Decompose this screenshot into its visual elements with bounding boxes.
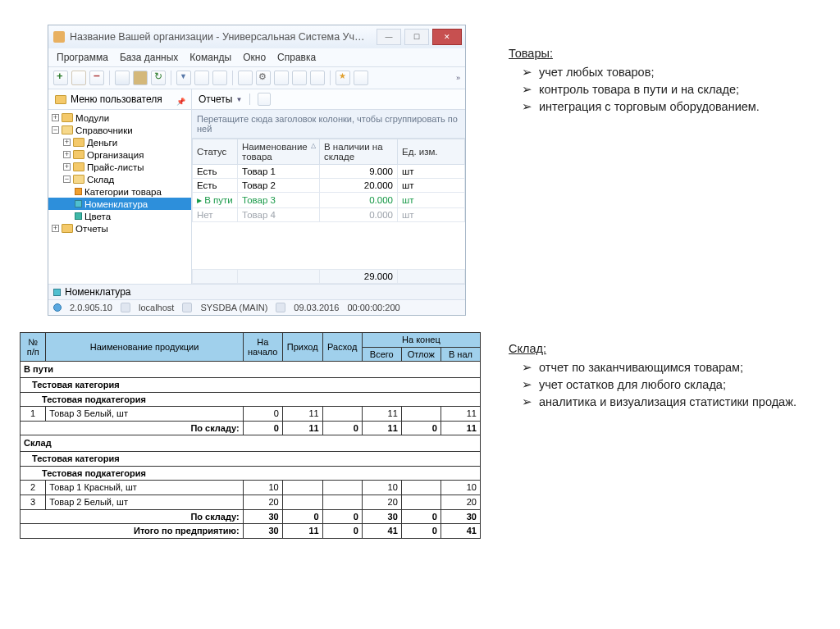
close-button[interactable]: ✕	[432, 29, 462, 45]
tree-categories[interactable]: Категории товара	[48, 185, 191, 198]
delete-icon[interactable]	[89, 71, 104, 85]
status-version: 2.0.905.10	[70, 303, 112, 312]
panel-row: Меню пользователя Отчеты ▼	[48, 89, 465, 110]
subcategory-row: Тестовая подкатегория	[21, 466, 481, 481]
tree-sklad[interactable]: −Склад	[48, 173, 191, 185]
tab-nomenclature[interactable]: Номенклатура	[65, 286, 131, 298]
tree-modules[interactable]: +Модули	[48, 112, 191, 124]
nav-tree: +Модули −Справочники +Деньги +Организаци…	[48, 110, 192, 284]
grand-total-row: Итого по предприятию: 30110 41041	[21, 524, 481, 539]
toolbar-overflow-icon[interactable]: »	[456, 74, 460, 82]
filter-icon[interactable]	[176, 71, 191, 85]
tree-reports[interactable]: +Отчеты	[48, 222, 191, 235]
work-area: +Модули −Справочники +Деньги +Организаци…	[48, 110, 465, 284]
preview-icon[interactable]	[292, 71, 307, 85]
report-table: № п/п Наименование продукции На начало П…	[20, 332, 481, 539]
section-row: В пути	[21, 362, 481, 378]
menu-db[interactable]: База данных	[120, 52, 178, 63]
app-icon	[53, 31, 65, 43]
reports-label: Отчеты	[199, 93, 232, 105]
report-row: 2Товар 1 Красный, шт 10 1010	[21, 481, 481, 495]
col-np: № п/п	[21, 333, 46, 362]
subcategory-row: Тестовая подкатегория	[21, 392, 481, 407]
summary-row: По складу: 0110 11011	[21, 421, 481, 435]
sort-icon[interactable]	[194, 71, 209, 85]
summary-row: По складу: 3000 30030	[21, 509, 481, 524]
bullet-item: ➢отчет по заканчивающимся товарам;	[509, 359, 820, 376]
chart-icon[interactable]	[310, 71, 325, 85]
tab-strip: Номенклатура	[48, 284, 465, 299]
col-unit[interactable]: Ед. изм.	[398, 139, 465, 165]
find-icon[interactable]	[212, 71, 227, 85]
grid-pane: Перетащите сюда заголовок колонки, чтобы…	[192, 110, 465, 284]
col-stock[interactable]: В наличии на складе	[320, 139, 398, 165]
server-icon	[121, 303, 130, 312]
col-total: Всего	[362, 347, 401, 362]
folder-icon	[55, 95, 66, 104]
calendar-icon	[276, 303, 285, 312]
col-name[interactable]: Наименование товара△	[238, 139, 320, 165]
status-user: SYSDBA (MAIN)	[200, 303, 267, 312]
settings-icon[interactable]	[256, 71, 271, 85]
minimize-button[interactable]: —	[377, 29, 401, 45]
menu-help[interactable]: Справка	[277, 52, 316, 63]
statusbar: 2.0.905.10 localhost SYSDBA (MAIN) 09.03…	[48, 299, 465, 315]
add-icon[interactable]	[53, 71, 68, 85]
status-time: 00:00:00:200	[347, 303, 399, 312]
maximize-button[interactable]: ☐	[404, 29, 429, 45]
table-row[interactable]: ▸ В путиТовар 30.000шт	[193, 193, 465, 208]
menubar: Программа База данных Команды Окно Справ…	[48, 48, 465, 67]
menu-window[interactable]: Окно	[243, 52, 266, 63]
colors-icon	[75, 212, 82, 220]
tree-price[interactable]: +Прайс-листы	[48, 161, 191, 173]
titlebar[interactable]: Название Вашей организации - Универсальн…	[48, 25, 465, 48]
tree-colors[interactable]: Цвета	[48, 210, 191, 222]
table-row[interactable]: ЕстьТовар 19.000шт	[193, 165, 465, 179]
menu-program[interactable]: Программа	[57, 52, 108, 63]
mark-icon[interactable]	[354, 71, 368, 85]
tree-money[interactable]: +Деньги	[48, 136, 191, 148]
menu-commands[interactable]: Команды	[189, 52, 231, 63]
data-grid[interactable]: Статус Наименование товара△ В наличии на…	[192, 139, 465, 222]
toolbar-sep	[330, 71, 331, 85]
bullet-item: ➢учет любых товаров;	[509, 64, 820, 81]
print-icon[interactable]	[274, 71, 289, 85]
tree-nomenclature[interactable]: Номенклатура	[48, 198, 191, 210]
col-deferred: Отлож	[401, 347, 441, 362]
user-menu-button[interactable]: Меню пользователя	[48, 89, 192, 109]
bullet-item: ➢учет остатков для любого склада;	[509, 376, 820, 394]
sort-asc-icon: △	[311, 142, 316, 149]
user-icon	[182, 303, 192, 312]
bullet-item: ➢контроль товара в пути и на складе;	[509, 81, 820, 98]
grid-footer: 29.000	[192, 269, 465, 284]
col-status[interactable]: Статус	[193, 139, 238, 165]
toolbar-sep	[232, 71, 233, 85]
bullets-goods: Товары: ➢учет любых товаров; ➢контроль т…	[509, 45, 820, 116]
paste-icon[interactable]	[133, 71, 148, 85]
tree-org[interactable]: +Организация	[48, 148, 191, 161]
report-row: 1Товар 3 Белый, шт 011 1111	[21, 407, 481, 422]
pin-icon[interactable]	[176, 95, 185, 103]
category-icon	[75, 188, 82, 195]
tree-sprav[interactable]: −Справочники	[48, 124, 191, 136]
reports-dropdown[interactable]: Отчеты ▼	[192, 89, 277, 109]
report-config-icon[interactable]	[258, 93, 271, 106]
bullets-head: Товары:	[509, 45, 820, 62]
col-product: Наименование продукции	[46, 333, 243, 362]
table-row[interactable]: НетТовар 40.000шт	[193, 208, 465, 222]
report-row: 3Товар 2 Белый, шт 20 2020	[21, 495, 481, 510]
favorite-icon[interactable]	[336, 71, 350, 85]
table-row[interactable]: ЕстьТовар 220.000шт	[193, 179, 465, 193]
tab-icon	[53, 289, 61, 296]
bullet-item: ➢интеграция с торговым оборудованием.	[509, 98, 820, 116]
refresh-icon[interactable]	[151, 71, 166, 85]
copy-icon[interactable]	[115, 71, 130, 85]
connection-icon	[53, 303, 62, 312]
category-row: Тестовая категория	[21, 377, 481, 392]
export-icon[interactable]	[238, 71, 253, 85]
toolbar: »	[48, 67, 465, 89]
toolbar-sep	[171, 71, 171, 85]
bullet-item: ➢аналитика и визуализация статистики про…	[509, 394, 820, 411]
edit-icon[interactable]	[71, 71, 86, 85]
group-hint[interactable]: Перетащите сюда заголовок колонки, чтобы…	[192, 110, 465, 139]
